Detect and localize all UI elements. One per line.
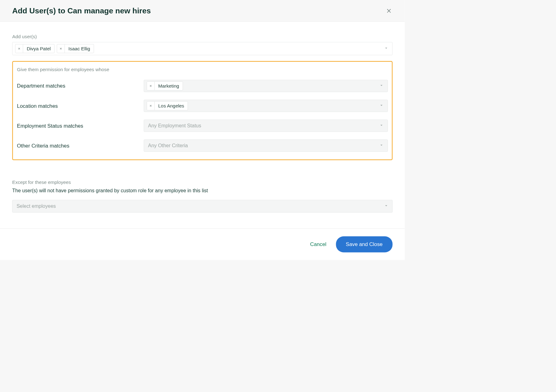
value-chip: × Marketing <box>147 81 183 90</box>
modal-footer: Cancel Save and Close <box>0 228 405 260</box>
department-select[interactable]: × Marketing <box>144 80 388 92</box>
criteria-intro: Give them permission for employees whose <box>17 67 388 72</box>
cancel-button[interactable]: Cancel <box>309 241 328 248</box>
add-users-modal: Add User(s) to Can manage new hires Add … <box>0 0 405 260</box>
close-icon <box>386 8 392 14</box>
add-users-label: Add user(s) <box>12 34 392 39</box>
placeholder-text: Select employees <box>15 203 56 209</box>
criteria-row-employment-status: Employment Status matches Any Employment… <box>17 120 388 132</box>
criteria-row-location: Location matches × Los Angeles <box>17 100 388 112</box>
location-select[interactable]: × Los Angeles <box>144 100 388 112</box>
user-chip: × Isaac Ellig <box>57 44 94 53</box>
except-description: The user(s) will not have permissions gr… <box>12 188 392 194</box>
criteria-label: Other Criteria matches <box>17 143 144 149</box>
remove-chip-button[interactable]: × <box>147 102 155 110</box>
criteria-row-other-criteria: Other Criteria matches Any Other Criteri… <box>17 139 388 152</box>
criteria-label: Location matches <box>17 103 144 109</box>
placeholder-text: Any Employment Status <box>147 123 201 129</box>
user-chip: × Divya Patel <box>15 44 55 53</box>
chip-label: Isaac Ellig <box>65 44 94 53</box>
except-label: Except for these employees <box>12 180 392 185</box>
except-employees-select[interactable]: Select employees <box>12 200 392 213</box>
modal-body: Add user(s) × Divya Patel × Isaac Ellig … <box>0 22 405 228</box>
criteria-row-department: Department matches × Marketing <box>17 80 388 92</box>
other-criteria-select[interactable]: Any Other Criteria <box>144 139 388 152</box>
remove-chip-button[interactable]: × <box>147 82 155 90</box>
chevron-down-icon <box>379 84 383 89</box>
chip-label: Los Angeles <box>155 102 188 110</box>
placeholder-text: Any Other Criteria <box>147 143 188 148</box>
modal-title: Add User(s) to Can manage new hires <box>12 6 151 15</box>
remove-chip-button[interactable]: × <box>16 44 23 53</box>
employment-status-select[interactable]: Any Employment Status <box>144 120 388 132</box>
criteria-label: Department matches <box>17 83 144 89</box>
chevron-down-icon <box>384 46 388 51</box>
remove-chip-button[interactable]: × <box>57 44 65 53</box>
save-and-close-button[interactable]: Save and Close <box>336 236 392 253</box>
except-section: Except for these employees The user(s) w… <box>12 180 392 212</box>
chevron-down-icon <box>384 204 388 209</box>
chevron-down-icon <box>379 103 383 108</box>
chip-label: Marketing <box>155 82 183 90</box>
value-chip: × Los Angeles <box>147 101 188 110</box>
criteria-label: Employment Status matches <box>17 123 144 129</box>
add-users-select[interactable]: × Divya Patel × Isaac Ellig <box>12 42 392 55</box>
chevron-down-icon <box>379 123 383 128</box>
close-button[interactable] <box>385 7 392 14</box>
modal-header: Add User(s) to Can manage new hires <box>0 0 405 22</box>
chevron-down-icon <box>379 143 383 148</box>
criteria-highlight-box: Give them permission for employees whose… <box>12 61 392 160</box>
chip-label: Divya Patel <box>23 44 54 53</box>
